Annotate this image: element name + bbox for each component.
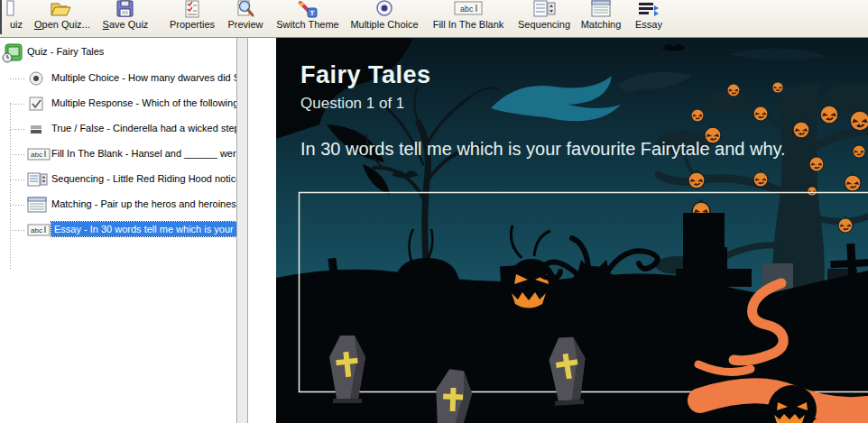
matching-table-icon [577,0,624,18]
text-field-abc-icon: abc [27,146,47,162]
tree-connector-line [10,103,11,269]
radio-button-icon [27,70,47,87]
new-quiz-icon [2,0,31,18]
svg-text:abc: abc [31,151,42,159]
svg-text:T: T [310,9,315,17]
add-sequencing-button[interactable]: Sequencing [514,0,574,36]
magnifier-icon [224,0,267,18]
sequencing-list-icon [27,171,47,188]
magic-wand-icon: T [274,0,341,18]
sequencing-list-icon [514,0,574,18]
svg-text:abc: abc [460,5,474,14]
new-quiz-button[interactable]: uiz [2,0,31,36]
matching-table-icon [27,197,47,213]
open-quiz-button[interactable]: Open Quiz... [34,0,88,36]
add-matching-button[interactable]: Matching [577,0,624,36]
svg-text:abc: abc [31,226,42,234]
text-field-abc-icon: abc [27,222,47,238]
toolbar: uiz Open Quiz... Save Quiz Properties Pr [0,0,868,38]
true-false-icon [27,121,47,137]
quiz-preview-panel: Fairy Tales Question 1 of 1 In 30 words … [276,38,868,423]
radio-button-icon [348,0,420,18]
question-text: In 30 words tell me which is your favour… [300,139,786,160]
add-essay-button[interactable]: Essay [630,0,668,36]
preview-button[interactable]: Preview [224,0,267,36]
text-field-abc-icon: abc [428,0,509,18]
quiz-tree-sidebar: Quiz - Fairy Tales Multiple Choice - How… [0,38,236,423]
add-multiple-choice-button[interactable]: Multiple Choice [348,0,420,36]
tree-root-label: Quiz - Fairy Tales [27,46,104,57]
properties-checklist-icon [166,0,218,18]
quiz-title: Fairy Tales [300,61,431,89]
switch-theme-button[interactable]: T Switch Theme [274,0,341,36]
essay-lines-icon [630,0,668,18]
open-folder-icon [34,0,88,18]
add-fill-in-the-blank-button[interactable]: abc Fill In The Blank [428,0,509,36]
quiz-builder-window: uiz Open Quiz... Save Quiz Properties Pr [0,0,868,423]
question-progress: Question 1 of 1 [300,95,404,113]
floppy-disk-icon [99,0,152,18]
checkbox-icon [27,96,47,112]
save-quiz-button[interactable]: Save Quiz [99,0,152,36]
panel-splitter[interactable] [236,38,248,423]
properties-button[interactable]: Properties [166,0,218,36]
quiz-icon [2,43,22,60]
